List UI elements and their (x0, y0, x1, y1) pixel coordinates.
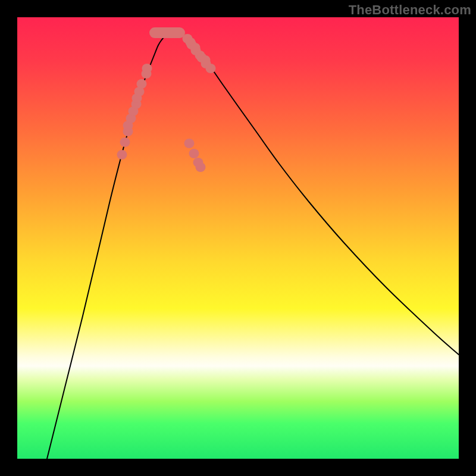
data-marker (142, 64, 152, 73)
trough-marker (149, 27, 185, 38)
data-marker (193, 158, 203, 167)
data-marker (117, 150, 127, 159)
bottleneck-chart (17, 17, 459, 459)
curve-markers (117, 27, 216, 172)
data-marker (137, 79, 147, 89)
data-marker (189, 149, 199, 158)
watermark-text: TheBottleneck.com (349, 2, 471, 18)
data-marker (206, 64, 216, 73)
bottleneck-curve (47, 32, 459, 459)
data-marker (184, 139, 195, 148)
data-marker (120, 137, 130, 147)
